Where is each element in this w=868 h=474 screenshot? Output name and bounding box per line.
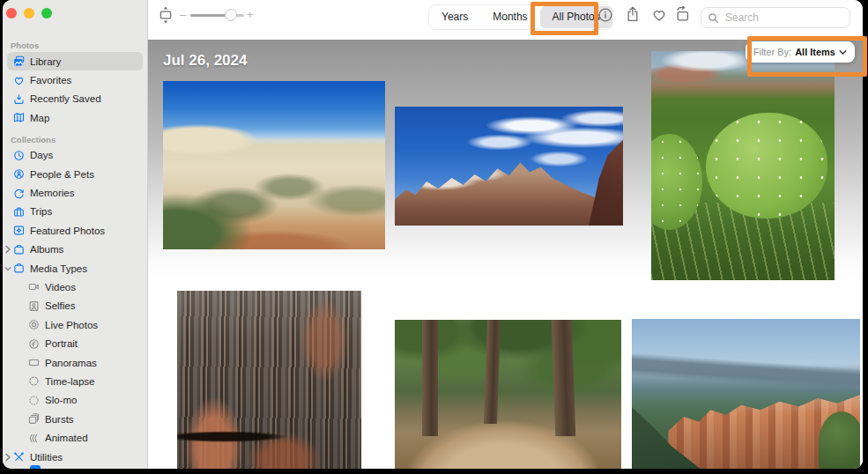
photo-layer <box>552 320 576 436</box>
tab-years[interactable]: Years <box>429 6 480 28</box>
aspect-ratio-icon[interactable] <box>157 5 174 25</box>
sidebar-item-live-photos[interactable]: Live Photos <box>7 315 143 334</box>
chevron-down-icon[interactable] <box>4 264 11 273</box>
photo-layer <box>395 107 623 226</box>
refresh-circle-icon <box>13 188 25 199</box>
section-header-photos: Photos <box>3 39 147 52</box>
sidebar-item-label: Live Photos <box>45 320 98 330</box>
person-circle-icon <box>13 168 25 180</box>
sidebar-item-panoramas[interactable]: Panoramas <box>7 353 143 372</box>
zoom-slider[interactable] <box>190 14 244 17</box>
zoom-out-icon[interactable]: – <box>180 8 186 21</box>
sidebar-item-label: Map <box>30 113 49 123</box>
sidebar-item-recently-saved[interactable]: Recently Saved <box>7 90 143 108</box>
sidebar-item-media-types[interactable]: Media Types <box>7 259 143 278</box>
photo-layer <box>819 411 860 469</box>
sidebar-item-people-pets[interactable]: People & Pets <box>7 165 143 183</box>
sidebar-item-memories[interactable]: Memories <box>7 183 143 202</box>
sidebar-item-utilities[interactable]: Utilities <box>7 448 143 466</box>
album-icon <box>13 263 25 274</box>
library-icon <box>13 56 25 67</box>
sidebar-item-label: Memories <box>30 188 74 198</box>
photo-layer <box>589 140 623 226</box>
map-icon <box>13 112 25 123</box>
close-button[interactable] <box>6 8 17 19</box>
sidebar-item-portrait[interactable]: Portrait <box>7 334 143 352</box>
sidebar: Photos Library Favorites <box>3 0 148 469</box>
sidebar-item-featured-photos[interactable]: Featured Photos <box>7 221 143 240</box>
sidebar-item-trips[interactable]: Trips <box>7 203 143 221</box>
photo-grid: Jul 26, 2024 <box>148 40 863 469</box>
minimize-button[interactable] <box>24 8 34 19</box>
timelapse-icon <box>28 375 40 387</box>
photo-tree-bark[interactable] <box>177 291 361 469</box>
sidebar-item-label: Favorites <box>30 75 71 85</box>
date-header: Jul 26, 2024 <box>163 52 247 70</box>
photos-app-window: Photos Library Favorites <box>3 0 863 469</box>
sidebar-item-library[interactable]: Library <box>7 52 143 70</box>
panorama-icon <box>28 357 40 368</box>
window-controls <box>6 8 52 19</box>
sidebar-item-label: Videos <box>45 282 76 293</box>
photo-prickly-pear-cactus[interactable] <box>651 51 835 280</box>
sidebar-item-label: Time-lapse <box>45 376 94 387</box>
sidebar-item-label: Panoramas <box>45 358 97 368</box>
bursts-icon <box>28 413 40 425</box>
sidebar-item-label: Portrait <box>45 338 78 349</box>
section-header-collections: Collections <box>3 133 147 146</box>
photo-layer <box>422 320 438 436</box>
sidebar-item-bursts[interactable]: Bursts <box>7 410 143 428</box>
clock-icon <box>13 150 25 161</box>
chevron-right-icon[interactable] <box>4 245 11 254</box>
sidebar-item-videos[interactable]: Videos <box>7 278 143 296</box>
sidebar-item-label: Utilities <box>30 452 63 463</box>
photo-layer <box>484 320 501 424</box>
sidebar-item-label: Days <box>30 150 53 160</box>
zoom-in-icon[interactable]: + <box>247 8 254 21</box>
sidebar-item-label: Animated <box>45 433 88 443</box>
sidebar-item-selfies[interactable]: Selfies <box>7 297 143 315</box>
sidebar-item-label: Bursts <box>45 414 74 425</box>
photo-desert-vista[interactable] <box>163 81 385 249</box>
search-input[interactable] <box>723 11 833 25</box>
toolbar: – + Years Months All Photos <box>148 0 863 41</box>
chevron-right-icon[interactable] <box>4 453 11 462</box>
search-icon <box>708 12 719 24</box>
sidebar-item-partial <box>30 465 41 469</box>
zoom-button[interactable] <box>41 8 52 19</box>
sidebar-item-albums[interactable]: Albums <box>7 241 143 259</box>
photo-canyon-hoodoos[interactable] <box>632 319 860 469</box>
tools-icon <box>13 451 25 463</box>
sidebar-item-time-lapse[interactable]: Time-lapse <box>7 372 143 390</box>
sidebar-item-label: Recently Saved <box>30 93 101 104</box>
photo-zion-peaks[interactable] <box>395 107 623 226</box>
download-tray-icon <box>13 93 25 105</box>
video-camera-icon <box>28 281 40 293</box>
sidebar-item-label: Featured Photos <box>30 226 105 236</box>
share-icon[interactable] <box>625 5 641 23</box>
sidebar-item-map[interactable]: Map <box>7 108 143 127</box>
sidebar-item-label: Albums <box>30 244 63 255</box>
sidebar-item-slo-mo[interactable]: Slo-mo <box>7 391 143 410</box>
sidebar-item-label: Library <box>30 56 61 67</box>
heart-icon <box>13 75 25 86</box>
sidebar-item-animated[interactable]: Animated <box>7 428 143 447</box>
sidebar-item-favorites[interactable]: Favorites <box>7 70 143 89</box>
photo-forest-trail[interactable] <box>395 320 621 469</box>
rotate-icon[interactable] <box>675 6 691 23</box>
favorite-heart-icon[interactable] <box>651 7 667 23</box>
annotation-box-filter <box>747 36 867 77</box>
sidebar-item-label: Media Types <box>30 263 87 274</box>
sidebar-item-days[interactable]: Days <box>7 146 143 165</box>
live-photo-icon <box>28 319 40 330</box>
search-field[interactable] <box>701 7 850 28</box>
sidebar-item-label: Selfies <box>45 300 76 311</box>
zoom-slider-knob[interactable] <box>225 9 237 21</box>
suitcase-icon <box>13 206 25 218</box>
animated-icon <box>28 433 40 444</box>
sparkle-photo-icon <box>13 225 25 236</box>
info-icon[interactable] <box>597 7 613 23</box>
annotation-box-all-photos <box>530 2 598 35</box>
sidebar-item-label: Slo-mo <box>45 395 77 405</box>
sidebar-item-label: People & Pets <box>30 169 94 180</box>
